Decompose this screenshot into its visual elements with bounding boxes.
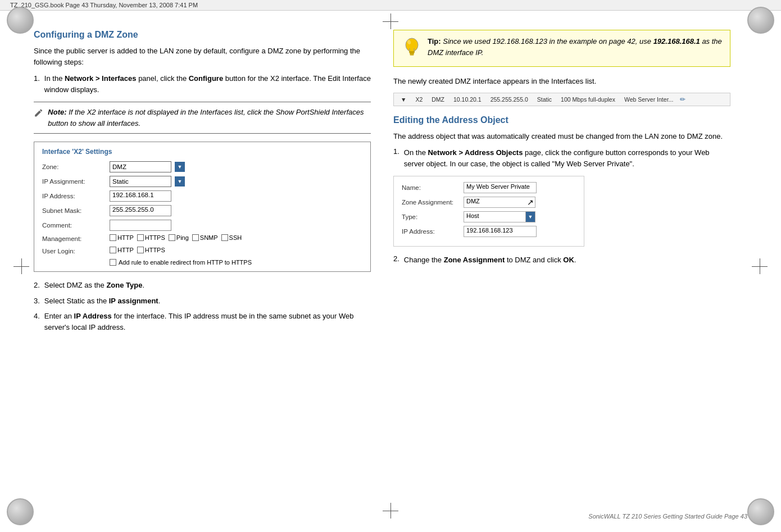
footer-text: SonicWALL TZ 210 Series Getting Started …	[588, 513, 747, 520]
pencil-icon	[34, 107, 43, 119]
left-section-title: Configuring a DMZ Zone	[34, 30, 371, 40]
ul-https: HTTPS	[137, 247, 165, 253]
left-column: Configuring a DMZ Zone Since the public …	[34, 30, 371, 339]
mgmt-ssh: SSH	[221, 234, 242, 241]
subnet-mask-input[interactable]: 255.255.255.0	[110, 205, 171, 216]
ip-assignment-control: Static ▼	[110, 176, 185, 187]
comment-label: Comment:	[42, 222, 110, 229]
addr-zone-value: DMZ	[466, 198, 480, 204]
note-content: Note: If the X2 interface is not display…	[48, 107, 371, 129]
ul-http: HTTP	[110, 247, 134, 253]
cursor-icon: ↗	[527, 198, 534, 207]
tip-text: Since we used 192.168.168.123 in the exa…	[428, 37, 722, 57]
ip-assignment-arrow[interactable]: ▼	[175, 176, 185, 187]
comment-row: Comment:	[42, 220, 362, 231]
zone-label: Zone:	[42, 163, 110, 170]
right-step-1: 1. On the Network > Address Objects page…	[393, 147, 730, 169]
corner-decoration-br	[747, 498, 774, 525]
right-step-2: 2. Change the Zone Assignment to DMZ and…	[393, 254, 730, 266]
steps-2-4: 2. Select DMZ as the Zone Type. 3. Selec…	[34, 280, 371, 333]
ip-address-control: 192.168.168.1	[110, 190, 171, 202]
addr-zone-btn[interactable]: ↗	[525, 197, 535, 208]
bulb-icon	[402, 36, 422, 61]
addr-type-wrap: Host ▼	[464, 211, 535, 222]
redirect-label: Add rule to enable redirect from HTTP to…	[119, 259, 252, 266]
step-3: 3. Select Static as the IP assignment.	[34, 295, 371, 307]
addr-ip-input[interactable]: 192.168.168.123	[464, 226, 537, 237]
management-label: Management:	[42, 235, 110, 242]
iface-ip: 10.10.20.1	[451, 96, 484, 103]
note-box: Note: If the X2 interface is not display…	[34, 102, 371, 134]
zone-select[interactable]: DMZ	[110, 161, 171, 172]
step-1-number: 1.	[34, 73, 40, 95]
iface-speed: 100 Mbps full-duplex	[558, 96, 617, 103]
cb-http[interactable]	[110, 234, 116, 241]
crosshair-right	[752, 258, 768, 274]
header-text: TZ_210_GSG.book Page 43 Thursday, Novemb…	[10, 2, 198, 8]
addr-type-input[interactable]: Host	[464, 211, 525, 222]
mgmt-ping: Ping	[169, 234, 189, 241]
user-login-checkboxes: HTTP HTTPS	[110, 247, 165, 253]
addr-name-input[interactable]: My Web Server Private	[464, 182, 537, 193]
addr-name-label: Name:	[402, 184, 464, 191]
addr-type-value: Host	[466, 212, 479, 219]
interface-settings-title: Interface 'X2' Settings	[42, 148, 362, 156]
cb-snmp[interactable]	[192, 234, 199, 241]
iface-arrow: ▼	[398, 96, 408, 103]
svg-point-0	[406, 38, 418, 52]
ip-address-input[interactable]: 192.168.168.1	[110, 190, 171, 202]
comment-input[interactable]	[110, 220, 171, 231]
user-login-label: User Login:	[42, 248, 110, 254]
iface-subnet: 255.255.255.0	[488, 96, 530, 103]
comment-control	[110, 220, 171, 231]
addr-ip-row: IP Address: 192.168.168.123	[402, 226, 576, 237]
ip-assignment-label: IP Assignment:	[42, 178, 110, 185]
tip-label: Tip:	[428, 37, 441, 46]
editing-intro: The address object that was automaticall…	[393, 131, 730, 142]
svg-rect-1	[409, 51, 415, 53]
crosshair-top	[383, 13, 398, 29]
ip-address-row: IP Address: 192.168.168.1	[42, 190, 362, 202]
note-text: If the X2 interface is not displayed in …	[48, 108, 364, 128]
zone-row: Zone: DMZ ▼	[42, 161, 362, 172]
corner-decoration-bl	[7, 498, 34, 525]
mgmt-http: HTTP	[110, 234, 134, 241]
iface-edit-icon[interactable]: ✏	[680, 96, 685, 103]
ip-address-value: 192.168.168.1	[112, 192, 154, 198]
right-step-2-list: 2. Change the Zone Assignment to DMZ and…	[393, 254, 730, 266]
step-1: 1. In the Network > Interfaces panel, cl…	[34, 73, 371, 95]
crosshair-left	[13, 258, 29, 274]
addr-type-row: Type: Host ▼	[402, 211, 576, 222]
right-steps: 1. On the Network > Address Objects page…	[393, 147, 730, 169]
newly-created-text: The newly created DMZ interface appears …	[393, 76, 730, 87]
tip-icon-container	[402, 36, 422, 61]
ip-assignment-value: Static	[112, 178, 129, 185]
iface-mode: Static	[535, 96, 554, 103]
cb-https[interactable]	[137, 234, 144, 241]
left-intro: Since the public server is added to the …	[34, 46, 371, 67]
interface-list-row: ▼ X2 DMZ 10.10.20.1 255.255.255.0 Static…	[393, 93, 730, 106]
subnet-mask-value: 255.255.255.0	[112, 206, 154, 213]
addr-zone-row: Zone Assignment: DMZ ↗	[402, 197, 576, 208]
addr-zone-input[interactable]: DMZ	[464, 197, 525, 208]
svg-rect-2	[410, 53, 414, 54]
cb-ssh[interactable]	[221, 234, 228, 241]
user-login-row: User Login: HTTP HTTPS	[42, 247, 362, 256]
management-row: Management: HTTP HTTPS Ping SNMP SSH	[42, 234, 362, 243]
cb-redirect[interactable]	[110, 259, 116, 266]
step-4: 4. Enter an IP Address for the interface…	[34, 311, 371, 333]
addr-type-arrow[interactable]: ▼	[525, 211, 535, 222]
mgmt-snmp: SNMP	[192, 234, 218, 241]
step-2: 2. Select DMZ as the Zone Type.	[34, 280, 371, 291]
cb-ping[interactable]	[169, 234, 175, 241]
cb-ul-https[interactable]	[137, 247, 144, 253]
ip-assignment-select[interactable]: Static	[110, 176, 171, 187]
addr-type-label: Type:	[402, 213, 464, 220]
right-section-title: Editing the Address Object	[393, 115, 730, 125]
zone-arrow[interactable]: ▼	[175, 162, 185, 172]
corner-decoration-tr	[747, 7, 774, 34]
mgmt-https: HTTPS	[137, 234, 165, 241]
management-checkboxes: HTTP HTTPS Ping SNMP SSH	[110, 234, 242, 241]
redirect-row: Add rule to enable redirect from HTTP to…	[110, 259, 362, 266]
cb-ul-http[interactable]	[110, 247, 116, 253]
